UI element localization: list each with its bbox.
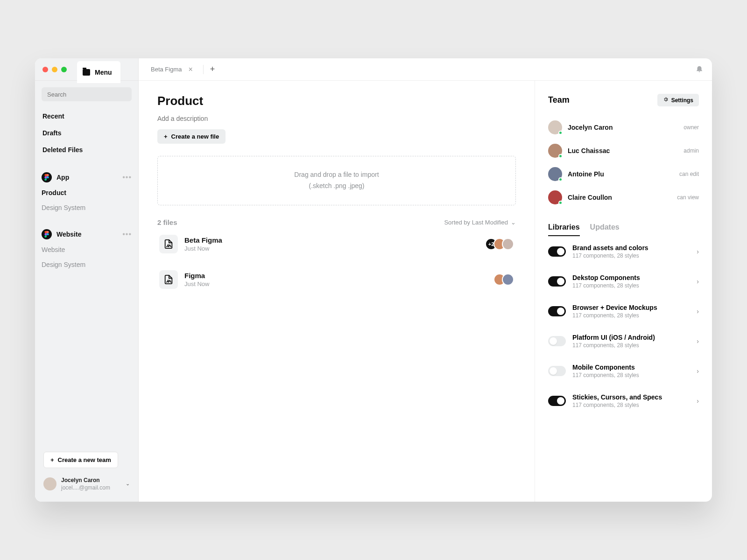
more-icon[interactable]: ••• [122,173,132,182]
file-row[interactable]: Figma Just Now [157,262,516,297]
chevron-right-icon[interactable]: › [697,337,699,345]
search-input[interactable] [42,87,132,101]
library-meta: 117 components, 28 styles [572,282,690,289]
menu-label: Menu [95,69,112,76]
team-member-row[interactable]: Jocelyn Caron owner [548,116,699,139]
member-role: can edit [679,171,699,177]
folder-icon [83,69,90,76]
page-title: Product [157,94,516,108]
user-menu[interactable]: Jocelyn Caron jocel....@gmail.com ⌄ [43,476,130,497]
nav-recent[interactable]: Recent [42,108,132,125]
library-row: Platform UI (iOS / Android) 117 componen… [548,326,699,356]
file-meta: Beta Figma Just Now [184,236,482,252]
project-title: App [56,174,118,181]
member-role: owner [684,124,699,131]
notifications-icon[interactable] [695,64,704,75]
member-name: Claire Coullon [568,194,671,201]
description-input[interactable] [157,115,516,122]
chevron-right-icon[interactable]: › [697,308,699,315]
chevron-right-icon[interactable]: › [697,367,699,375]
project-item[interactable]: Design System [42,257,132,272]
file-name: Beta Figma [184,236,482,244]
chevron-right-icon[interactable]: › [697,278,699,285]
content-row: Product + Create a new file Drag and dro… [139,81,712,502]
library-row: Mobile Components 117 components, 28 sty… [548,356,699,386]
panel-tabs: Libraries Updates [548,223,699,237]
library-row: Brand assets and colors 117 components, … [548,237,699,266]
library-toggle[interactable] [548,366,566,376]
team-member-row[interactable]: Luc Chaissac admin [548,139,699,162]
create-team-button[interactable]: + Create a new team [43,452,118,468]
library-toggle[interactable] [548,306,566,316]
library-toggle[interactable] [548,396,566,406]
dropzone[interactable]: Drag and drop a file to import (.sketch … [157,156,516,205]
create-file-label: Create a new file [171,133,219,140]
member-avatar [548,190,562,204]
library-text: Brand assets and colors 117 components, … [572,244,690,259]
team-header: Team Settings [548,94,699,106]
library-meta: 117 components, 28 styles [572,312,690,319]
right-panel: Team Settings Jocelyn Caron owner Luc Ch… [535,81,712,502]
project-section: App ••• ProductDesign System [42,169,132,215]
minimize-window-button[interactable] [52,67,57,72]
titlebar: Menu [35,58,138,81]
avatar-stack [497,273,514,286]
files-header: 2 files Sorted by Last Modified ⌄ [157,218,516,226]
online-status-icon [558,201,563,205]
team-member-row[interactable]: Antoine Plu can edit [548,162,699,186]
library-meta: 117 components, 28 styles [572,342,690,349]
figma-logo-icon [42,229,52,239]
user-name: Jocelyn Caron [61,476,121,484]
project-title: Website [56,231,118,238]
file-meta: Figma Just Now [184,272,491,287]
menu-tab[interactable]: Menu [77,61,120,83]
project-section: Website ••• WebsiteDesign System [42,226,132,272]
sidebar-footer: + Create a new team Jocelyn Caron jocel.… [42,447,132,502]
project-item[interactable]: Product [42,185,132,200]
tab-updates[interactable]: Updates [590,223,620,236]
team-settings-button[interactable]: Settings [657,94,699,106]
tab-libraries[interactable]: Libraries [548,223,580,236]
team-member-row[interactable]: Claire Coullon can view [548,186,699,209]
nav-deleted[interactable]: Deleted Files [42,141,132,158]
page: Product + Create a new file Drag and dro… [139,81,535,502]
nav-drafts[interactable]: Drafts [42,125,132,141]
chevron-right-icon[interactable]: › [697,248,699,255]
sort-dropdown[interactable]: Sorted by Last Modified ⌄ [444,219,516,226]
project-header[interactable]: App ••• [42,169,132,185]
online-status-icon [558,154,563,158]
project-item[interactable]: Website [42,242,132,257]
library-name: Platform UI (iOS / Android) [572,334,690,341]
create-team-label: Create a new team [58,456,111,463]
plus-icon: + [164,133,168,140]
file-tab[interactable]: Beta Figma × [147,65,197,74]
plus-icon: + [50,456,54,463]
library-text: Dekstop Components 117 components, 28 st… [572,274,690,289]
project-item[interactable]: Design System [42,200,132,215]
member-name: Jocelyn Caron [568,124,678,131]
file-timestamp: Just Now [184,280,491,287]
chevron-right-icon[interactable]: › [697,397,699,405]
online-status-icon [558,177,563,182]
files-count: 2 files [157,218,177,226]
create-file-button[interactable]: + Create a new file [157,129,226,144]
library-meta: 117 components, 28 styles [572,402,690,408]
close-window-button[interactable] [42,67,48,72]
close-tab-icon[interactable]: × [188,65,192,74]
more-icon[interactable]: ••• [122,230,132,238]
figma-logo-icon [42,172,52,182]
new-tab-button[interactable]: + [210,64,215,74]
member-role: can view [677,194,699,201]
library-name: Browser + Device Mockups [572,304,690,311]
project-header[interactable]: Website ••• [42,226,132,242]
gear-icon [663,97,669,104]
library-toggle[interactable] [548,276,566,287]
file-row[interactable]: Beta Figma Just Now +2 [157,226,516,262]
app-window: Menu Recent Drafts Deleted Files App •••… [35,58,712,502]
library-toggle[interactable] [548,246,566,257]
tab-separator [203,65,204,74]
user-email: jocel....@gmail.com [61,484,121,491]
maximize-window-button[interactable] [61,67,67,72]
library-meta: 117 components, 28 styles [572,372,690,378]
library-toggle[interactable] [548,336,566,346]
